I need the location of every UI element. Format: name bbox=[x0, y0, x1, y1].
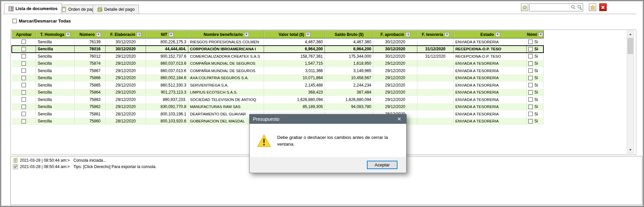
dialog-close-icon[interactable]: ✕ bbox=[392, 114, 406, 124]
row-f-aprobacion-cell: 30/12/2020 bbox=[373, 53, 417, 60]
nomina-value: Si bbox=[534, 119, 538, 123]
sort-icon[interactable]: ↓1 bbox=[406, 32, 410, 37]
nomina-checkbox[interactable] bbox=[528, 76, 533, 80]
nomina-checkbox[interactable] bbox=[528, 83, 533, 87]
list-icon bbox=[8, 6, 14, 11]
approve-checkbox[interactable] bbox=[22, 97, 26, 102]
log-pin-icon bbox=[13, 164, 18, 169]
dialog-title: Presupuesto bbox=[253, 116, 279, 122]
approve-checkbox[interactable] bbox=[22, 119, 26, 123]
select-all-checkbox[interactable] bbox=[12, 19, 17, 23]
table-row[interactable]: Sencilla7586329/12/2020890,937,233.SOCIE… bbox=[12, 96, 543, 103]
nomina-checkbox[interactable] bbox=[528, 112, 533, 116]
column-header-nit[interactable]: NIT▼ bbox=[146, 31, 188, 38]
approve-checkbox[interactable] bbox=[22, 61, 26, 66]
row-nombre-cell: SERVIENTREGA S.A. bbox=[188, 82, 264, 89]
table-row[interactable]: Sencilla7601630/12/202044,444,404.CORPOR… bbox=[12, 46, 543, 53]
column-header-label: Número bbox=[79, 32, 94, 37]
row-nit-cell: 900,152,737.6 bbox=[146, 53, 188, 60]
sort-icon[interactable]: ↓1 bbox=[137, 32, 141, 37]
approve-checkbox[interactable] bbox=[22, 105, 26, 109]
nomina-checkbox[interactable] bbox=[528, 54, 533, 58]
favorite-button[interactable] bbox=[589, 3, 596, 11]
row-homologa-cell: Sencilla bbox=[36, 89, 75, 96]
filter-dropdown-icon[interactable]: ▼ bbox=[169, 32, 174, 37]
approve-checkbox[interactable] bbox=[22, 90, 26, 95]
column-header-n-min[interactable]: Nómin▼ bbox=[527, 31, 543, 38]
tab-lista-de-documentos[interactable]: Lista de documentos bbox=[4, 3, 62, 14]
console-timestamp: 2021-03-28 | 08:50:44 am:> bbox=[20, 158, 70, 163]
table-row[interactable]: Sencilla7586229/12/2020830,092,770.8MANU… bbox=[12, 103, 543, 111]
row-f-elaboracion-cell: 29/12/2020 bbox=[106, 89, 146, 96]
row-nit-cell: 890,937,233. bbox=[146, 96, 188, 103]
nomina-value: Si bbox=[534, 40, 538, 44]
nomina-value: Si bbox=[534, 112, 538, 116]
table-row[interactable]: Sencilla7586429/12/2020901,273,113.3LIMP… bbox=[12, 89, 543, 96]
nomina-checkbox[interactable] bbox=[528, 68, 533, 73]
approve-checkbox[interactable] bbox=[22, 54, 26, 58]
nomina-checkbox[interactable] bbox=[528, 90, 533, 95]
tab-detalle-del-pago[interactable]: Detalle del pago bbox=[93, 5, 139, 14]
approve-checkbox[interactable] bbox=[22, 47, 26, 51]
column-header-saldo-bruto-[interactable]: Saldo Bruto ($) bbox=[325, 31, 373, 38]
row-estado-cell: ENVIADA A TESORERIA bbox=[454, 110, 527, 118]
column-header-label: Estado bbox=[480, 32, 494, 37]
filter-dropdown-icon[interactable]: ▼ bbox=[244, 32, 249, 37]
row-nombre-cell: AXA COLPATRIA SEGUROS S.A. bbox=[188, 74, 264, 82]
nomina-checkbox[interactable] bbox=[528, 105, 533, 109]
nomina-checkbox[interactable] bbox=[528, 40, 533, 44]
row-f-elaboracion-cell: 29/12/2020 bbox=[106, 103, 146, 111]
table-row[interactable]: Sencilla7587429/12/2020860,037,013.6COMP… bbox=[12, 60, 543, 67]
approve-checkbox[interactable] bbox=[22, 83, 26, 87]
filter-dropdown-icon[interactable]: ▼ bbox=[445, 32, 449, 37]
row-estado-cell: RECEPCIONA-O.P. TESO bbox=[454, 46, 527, 53]
nomina-checkbox[interactable] bbox=[528, 97, 533, 102]
column-header-nombre-beneficiario[interactable]: Nombre beneficiario▼ bbox=[188, 31, 264, 38]
nomina-checkbox[interactable] bbox=[528, 61, 533, 66]
row-numero-cell: 76012 bbox=[75, 53, 106, 60]
scroll-down-arrow-icon[interactable]: ▼ bbox=[627, 147, 634, 153]
aceptar-button[interactable]: Aceptar bbox=[367, 161, 397, 169]
row-nit-cell: 901,273,113.3 bbox=[146, 89, 188, 96]
table-row[interactable]: Sencilla7601229/12/2020900,152,737.6COME… bbox=[12, 53, 543, 60]
approve-checkbox[interactable] bbox=[22, 40, 26, 44]
table-row[interactable]: Sencilla7613930/12/2020800,226,175.3RIES… bbox=[12, 38, 543, 46]
column-header-t-homologa[interactable]: T. Homologa▼ bbox=[36, 31, 75, 38]
nomina-value: Si bbox=[534, 90, 538, 95]
nomina-checkbox[interactable] bbox=[528, 47, 533, 51]
dialog-titlebar[interactable]: Presupuesto ✕ bbox=[250, 114, 406, 124]
table-row[interactable]: Sencilla7586729/12/2020860,037,013.6COMP… bbox=[12, 67, 543, 74]
row-homologa-cell: Sencilla bbox=[36, 60, 75, 67]
filter-dropdown-icon[interactable]: ▼ bbox=[538, 32, 543, 37]
row-nit-cell: 44,444,404. bbox=[146, 46, 188, 53]
approve-checkbox[interactable] bbox=[22, 68, 26, 73]
column-header-aprobar[interactable]: Aprobar bbox=[12, 31, 36, 38]
row-saldo-bruto-cell: 3,149,965 bbox=[325, 67, 373, 74]
filter-dropdown-icon[interactable]: ▼ bbox=[96, 32, 101, 37]
column-header-f-tesorer-a[interactable]: F. tesorería▼ bbox=[417, 31, 454, 38]
column-header-estado[interactable]: Estado▼ bbox=[454, 31, 527, 38]
refresh-button[interactable] bbox=[521, 3, 528, 11]
row-f-elaboracion-cell: 29/12/2020 bbox=[106, 60, 146, 67]
filter-dropdown-icon[interactable]: ▼ bbox=[495, 32, 500, 37]
nomina-checkbox[interactable] bbox=[528, 119, 533, 123]
scroll-up-arrow-icon[interactable]: ▲ bbox=[627, 31, 634, 37]
close-window-button[interactable] bbox=[599, 3, 607, 11]
approve-checkbox[interactable] bbox=[22, 112, 26, 116]
table-row[interactable]: Sencilla7586529/12/2020860,512,330.3SERV… bbox=[12, 82, 543, 89]
vertical-scrollbar[interactable]: ▲ ▼ bbox=[627, 31, 634, 153]
column-header-valor-total-[interactable]: Valor total ($)▼ bbox=[264, 31, 325, 38]
nomina-value: Si bbox=[534, 104, 538, 109]
approve-checkbox[interactable] bbox=[22, 76, 26, 80]
row-saldo-bruto-cell: 1,618,950 bbox=[325, 60, 373, 67]
row-approve-cell bbox=[12, 46, 36, 53]
table-row[interactable]: Sencilla7586629/12/2020860,002,184.6AXA … bbox=[12, 74, 543, 82]
column-header-f-aprobaci-[interactable]: F. aprobació↓1 bbox=[373, 31, 417, 38]
filter-dropdown-icon[interactable]: ▼ bbox=[306, 32, 310, 37]
column-header-f-elaboraci-[interactable]: F. Elaboració↓1 bbox=[106, 31, 146, 38]
search-input[interactable] bbox=[529, 3, 583, 11]
column-header-n-mero[interactable]: Número▼ bbox=[75, 31, 106, 38]
vertical-scrollbar-thumb[interactable] bbox=[628, 38, 633, 54]
filter-dropdown-icon[interactable]: ▼ bbox=[66, 32, 70, 37]
row-estado-cell: ENVIADA A TESORERIA bbox=[454, 67, 527, 74]
